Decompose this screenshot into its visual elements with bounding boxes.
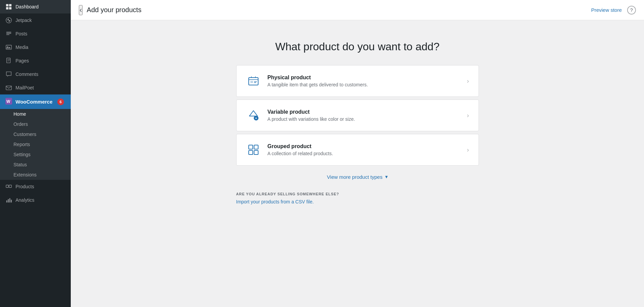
physical-product-card[interactable]: Physical product A tangible item that ge… [236, 65, 479, 97]
sidebar-item-label: Dashboard [16, 4, 39, 9]
svg-rect-3 [9, 7, 11, 9]
svg-rect-14 [8, 199, 9, 202]
svg-rect-18 [250, 81, 253, 83]
sidebar-item-label: Analytics [16, 197, 34, 203]
sidebar-item-media[interactable]: Media [0, 40, 71, 54]
help-icon[interactable]: ? [627, 6, 636, 15]
woocommerce-badge: 6 [57, 99, 64, 105]
pages-icon [5, 57, 12, 64]
products-icon [5, 183, 12, 190]
svg-point-6 [7, 46, 8, 47]
sidebar-item-posts[interactable]: Posts [0, 27, 71, 40]
svg-rect-1 [9, 4, 11, 6]
svg-marker-21 [249, 111, 257, 116]
physical-product-title: Physical product [268, 75, 463, 81]
woo-submenu-reports[interactable]: Reports [0, 139, 71, 149]
svg-rect-11 [6, 185, 8, 188]
sidebar-item-jetpack[interactable]: Jetpack [0, 13, 71, 27]
svg-text:W: W [6, 99, 10, 104]
content-center: What product do you want to add? Physica… [236, 40, 479, 205]
topbar: ‹ Add your products Preview store ? [71, 0, 644, 20]
page-title: Add your products [87, 6, 141, 14]
already-selling-section: ARE YOU ALREADY SELLING SOMEWHERE ELSE? … [236, 192, 479, 205]
sidebar-item-pages[interactable]: Pages [0, 54, 71, 67]
variable-product-icon: + [246, 108, 261, 123]
woo-submenu-status[interactable]: Status [0, 160, 71, 170]
physical-product-icon [246, 74, 261, 88]
grouped-product-card[interactable]: Grouped product A collection of related … [236, 134, 479, 166]
svg-rect-7 [7, 58, 10, 63]
sidebar-item-label: Pages [16, 58, 29, 63]
svg-rect-2 [6, 7, 8, 9]
preview-store-link[interactable]: Preview store [591, 7, 622, 13]
svg-rect-0 [6, 4, 8, 6]
already-selling-label: ARE YOU ALREADY SELLING SOMEWHERE ELSE? [236, 192, 479, 196]
main-content: What product do you want to add? Physica… [71, 20, 644, 307]
variable-product-text: Variable product A product with variatio… [268, 109, 463, 122]
woo-submenu-settings[interactable]: Settings [0, 149, 71, 160]
posts-icon [5, 30, 12, 37]
woo-submenu-home[interactable]: Home [0, 109, 71, 119]
woo-submenu-customers[interactable]: Customers [0, 129, 71, 139]
back-button[interactable]: ‹ [79, 5, 83, 15]
view-more-button[interactable]: View more product types ▾ [327, 174, 388, 180]
grouped-product-title: Grouped product [268, 143, 463, 149]
variable-product-desc: A product with variations like color or … [268, 116, 463, 122]
svg-rect-16 [11, 200, 12, 202]
sidebar-item-products[interactable]: Products [0, 180, 71, 193]
svg-rect-27 [254, 150, 258, 155]
sidebar-item-label: Jetpack [16, 18, 32, 23]
svg-rect-17 [249, 78, 258, 85]
svg-rect-12 [9, 185, 11, 188]
mailpoet-icon [5, 84, 12, 91]
svg-rect-24 [249, 145, 253, 149]
dashboard-icon [5, 3, 12, 10]
woocommerce-label: WooCommerce [16, 99, 53, 105]
woocommerce-menu-header[interactable]: W WooCommerce 6 [0, 94, 71, 109]
svg-rect-26 [249, 150, 253, 155]
sidebar-item-comments[interactable]: Comments [0, 67, 71, 81]
main-wrapper: ‹ Add your products Preview store ? What… [71, 0, 644, 307]
sidebar-item-analytics[interactable]: Analytics [0, 193, 71, 207]
analytics-icon [5, 197, 12, 203]
csv-import-link[interactable]: Import your products from a CSV file. [236, 199, 314, 204]
sidebar-item-dashboard[interactable]: Dashboard [0, 0, 71, 13]
woo-submenu-extensions[interactable]: Extensions [0, 170, 71, 180]
sidebar: Dashboard Jetpack Posts Media Pages Comm… [0, 0, 71, 307]
topbar-right: Preview store ? [591, 6, 636, 15]
chevron-down-icon: ▾ [385, 174, 388, 180]
grouped-product-text: Grouped product A collection of related … [268, 143, 463, 156]
svg-rect-5 [6, 45, 11, 50]
sidebar-item-mailpoet[interactable]: MailPoet [0, 81, 71, 94]
sidebar-item-label: Media [16, 45, 28, 50]
sidebar-item-label: Comments [16, 72, 38, 77]
woocommerce-submenu: Home Orders Customers Reports Settings S… [0, 109, 71, 180]
svg-rect-15 [9, 198, 10, 203]
woocommerce-icon: W [5, 98, 12, 106]
grouped-product-icon [246, 142, 261, 157]
main-heading: What product do you want to add? [236, 40, 479, 53]
svg-text:+: + [255, 116, 257, 120]
sidebar-item-label: Posts [16, 31, 27, 36]
sidebar-item-label: MailPoet [16, 85, 34, 90]
variable-product-arrow: › [467, 112, 469, 119]
grouped-product-arrow: › [467, 146, 469, 154]
physical-product-desc: A tangible item that gets delivered to c… [268, 82, 463, 87]
variable-product-card[interactable]: + Variable product A product with variat… [236, 100, 479, 131]
jetpack-icon [5, 17, 12, 24]
woo-submenu-orders[interactable]: Orders [0, 119, 71, 129]
view-more-label: View more product types [327, 174, 382, 180]
sidebar-item-label: Products [16, 184, 34, 189]
media-icon [5, 44, 12, 51]
comments-icon [5, 71, 12, 78]
svg-rect-8 [6, 86, 11, 90]
svg-rect-25 [254, 145, 258, 149]
svg-rect-13 [6, 200, 7, 202]
physical-product-arrow: › [467, 78, 469, 85]
physical-product-text: Physical product A tangible item that ge… [268, 75, 463, 87]
variable-product-title: Variable product [268, 109, 463, 115]
grouped-product-desc: A collection of related products. [268, 151, 463, 156]
